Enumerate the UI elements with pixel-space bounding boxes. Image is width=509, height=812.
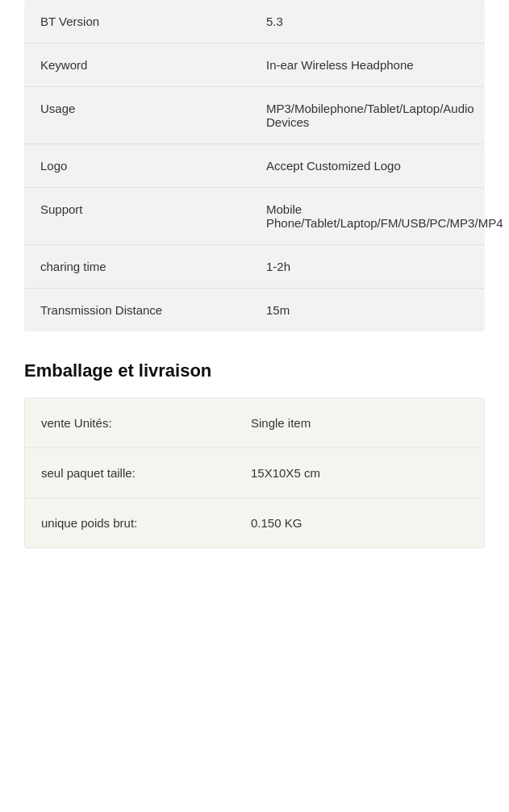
spec-row: BT Version 5.3: [24, 0, 485, 44]
spec-row: charing time 1-2h: [24, 245, 485, 289]
spec-label: charing time: [40, 260, 266, 273]
spec-value: 5.3: [266, 15, 469, 28]
spec-value: MP3/Mobilephone/Tablet/Laptop/Audio Devi…: [266, 102, 474, 129]
spec-label: Usage: [40, 102, 266, 115]
spec-value: 1-2h: [266, 260, 469, 273]
delivery-table: vente Unités: Single item seul paquet ta…: [24, 398, 485, 548]
delivery-row: vente Unités: Single item: [25, 398, 484, 448]
section-title: Emballage et livraison: [24, 360, 485, 381]
spec-row: Logo Accept Customized Logo: [24, 144, 485, 188]
delivery-row: unique poids brut: 0.150 KG: [25, 498, 484, 548]
spec-label: Transmission Distance: [40, 303, 266, 317]
spec-row: Transmission Distance 15m: [24, 289, 485, 331]
spec-label: Support: [40, 202, 266, 216]
delivery-value: Single item: [251, 416, 468, 430]
spec-value: In-ear Wireless Headphone: [266, 58, 469, 72]
spec-label: Logo: [40, 159, 266, 173]
spec-label: BT Version: [40, 15, 266, 28]
delivery-value: 0.150 KG: [251, 516, 468, 530]
spec-value: 15m: [266, 303, 469, 317]
delivery-label: seul paquet taille:: [41, 466, 251, 480]
spec-value: Accept Customized Logo: [266, 159, 469, 173]
spec-row: Support Mobile Phone/Tablet/Laptop/FM/US…: [24, 188, 485, 245]
specs-table: BT Version 5.3 Keyword In-ear Wireless H…: [24, 0, 485, 331]
delivery-label: vente Unités:: [41, 416, 251, 430]
spec-row: Usage MP3/Mobilephone/Tablet/Laptop/Audi…: [24, 87, 485, 144]
delivery-row: seul paquet taille: 15X10X5 cm: [25, 448, 484, 498]
delivery-value: 15X10X5 cm: [251, 466, 468, 480]
spec-row: Keyword In-ear Wireless Headphone: [24, 44, 485, 87]
spec-value: Mobile Phone/Tablet/Laptop/FM/USB/PC/MP3…: [266, 202, 503, 230]
delivery-label: unique poids brut:: [41, 516, 251, 530]
spec-label: Keyword: [40, 58, 266, 72]
